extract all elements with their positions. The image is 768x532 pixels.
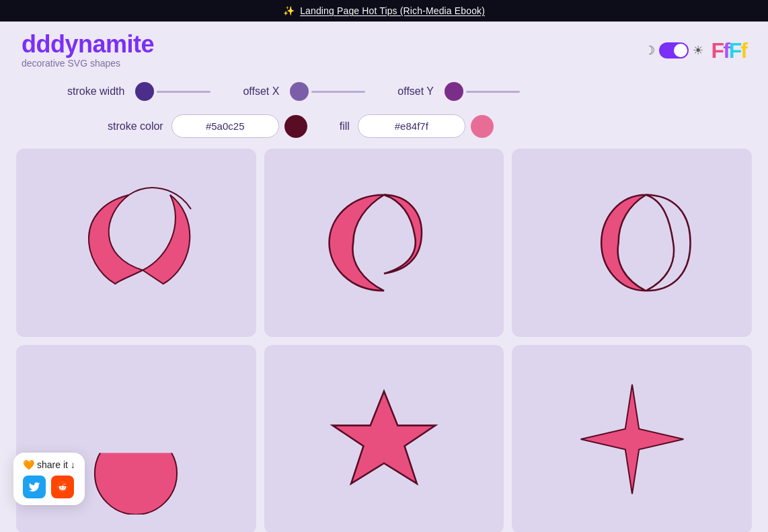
colors-row: stroke color fill <box>67 114 701 138</box>
fill-color-swatch[interactable] <box>471 115 494 138</box>
shape-card-1[interactable] <box>16 149 256 337</box>
fill-color-input[interactable] <box>358 114 465 138</box>
header: dddynamite decorative SVG shapes ☽ ☀ FfF… <box>0 22 768 77</box>
share-widget: 🧡 share it ↓ <box>13 453 85 505</box>
stroke-width-slider[interactable] <box>132 82 210 101</box>
moon-icon: ☽ <box>644 43 655 58</box>
share-label: 🧡 share it ↓ <box>23 459 75 470</box>
sliders-row: stroke width offset X offset Y <box>67 82 701 101</box>
toggle-thumb <box>674 44 687 57</box>
stroke-color-input-wrapper <box>171 114 307 138</box>
stroke-width-dot[interactable] <box>135 82 154 101</box>
stroke-color-control: stroke color <box>108 114 307 138</box>
offset-y-track[interactable] <box>466 91 520 93</box>
stroke-color-swatch[interactable] <box>284 115 307 138</box>
share-text: share it ↓ <box>37 459 75 470</box>
header-right: ☽ ☀ FfFf <box>644 40 746 61</box>
offset-y-control: offset Y <box>397 82 520 101</box>
fill-color-label: fill <box>340 120 350 132</box>
fill-color-control: fill <box>340 114 494 138</box>
share-reddit-button[interactable] <box>51 476 74 498</box>
offset-y-label: offset Y <box>397 85 434 98</box>
top-banner: ✨ Landing Page Hot Tips (Rich-Media Eboo… <box>0 0 768 22</box>
offset-x-slider[interactable] <box>287 82 365 101</box>
stroke-width-track[interactable] <box>157 91 210 93</box>
offset-y-slider[interactable] <box>442 82 520 101</box>
share-twitter-button[interactable] <box>23 476 46 498</box>
offset-y-dot[interactable] <box>445 82 463 101</box>
stroke-width-control: stroke width <box>67 82 210 101</box>
offset-x-control: offset X <box>243 82 365 101</box>
share-buttons <box>23 476 75 498</box>
shape-card-3[interactable] <box>512 149 752 337</box>
theme-toggle[interactable]: ☽ ☀ <box>644 42 703 59</box>
svg-marker-2 <box>333 391 436 484</box>
fill-color-input-wrapper <box>358 114 494 138</box>
logo-area: dddynamite decorative SVG shapes <box>22 32 154 69</box>
shape-grid <box>0 149 768 532</box>
logo-subtitle: decorative SVG shapes <box>22 58 154 69</box>
logo-title: dddynamite <box>22 32 154 56</box>
svg-point-0 <box>95 432 177 515</box>
shape-card-6[interactable] <box>512 345 752 532</box>
offset-x-track[interactable] <box>311 91 365 93</box>
controls-panel: stroke width offset X offset Y <box>0 77 768 149</box>
offset-x-dot[interactable] <box>290 82 309 101</box>
offset-x-label: offset X <box>243 85 279 98</box>
brand-icon: FfFf <box>712 40 746 61</box>
stroke-width-label: stroke width <box>67 85 124 98</box>
shape-card-5[interactable] <box>264 345 504 532</box>
sun-icon: ☀ <box>693 43 703 58</box>
share-heart-icon: 🧡 <box>23 459 34 470</box>
stroke-color-input[interactable] <box>171 114 279 138</box>
banner-link[interactable]: Landing Page Hot Tips (Rich-Media Ebook) <box>300 5 485 16</box>
shape-card-2[interactable] <box>264 149 504 337</box>
stroke-color-label: stroke color <box>108 120 163 132</box>
toggle-track[interactable] <box>659 42 689 59</box>
sparkle-icon: ✨ <box>283 5 295 16</box>
